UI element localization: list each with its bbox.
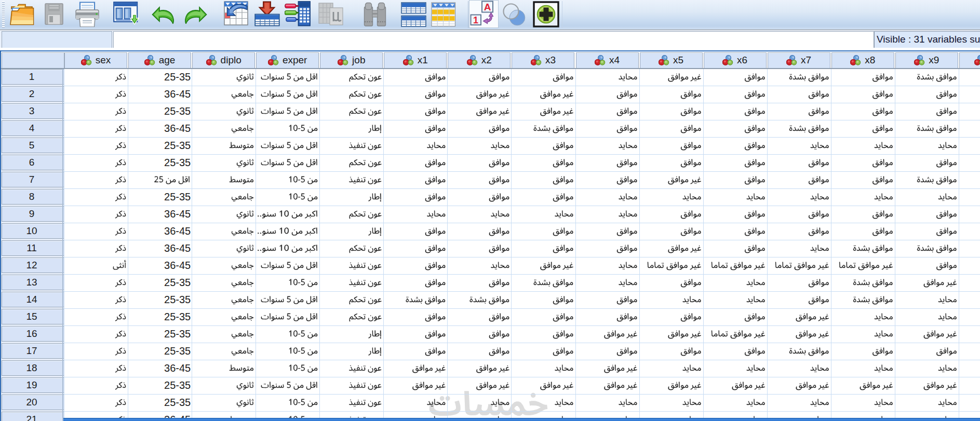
svg-text:1: 1 <box>473 15 478 25</box>
svg-text:A: A <box>484 2 491 12</box>
